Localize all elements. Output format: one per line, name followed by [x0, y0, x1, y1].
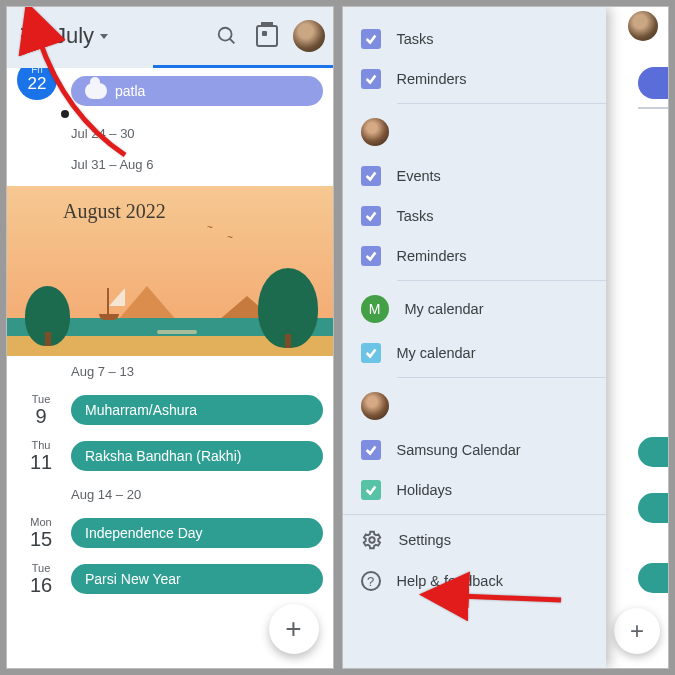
svg-point-2: [369, 537, 375, 543]
checkbox-icon[interactable]: [361, 246, 381, 266]
drawer-item-label: Tasks: [397, 208, 434, 224]
checkbox-icon[interactable]: [361, 69, 381, 89]
drawer-checkbox-item[interactable]: Events: [343, 156, 607, 196]
background-event-pill: [638, 493, 668, 523]
drawer-item-label: Settings: [399, 532, 451, 548]
drawer-settings[interactable]: Settings: [343, 519, 607, 561]
search-icon[interactable]: [213, 22, 241, 50]
drawer-account-header[interactable]: [343, 382, 607, 430]
drawer-item-label: My calendar: [397, 345, 476, 361]
drawer-item-label: Samsung Calendar: [397, 442, 521, 458]
checkbox-icon[interactable]: [361, 166, 381, 186]
create-event-fab: +: [614, 608, 660, 654]
svg-line-1: [229, 39, 234, 44]
month-label: July: [55, 23, 94, 49]
month-illustration: ~~ August 2022: [7, 186, 333, 356]
week-range: Jul 31 – Aug 6: [7, 149, 333, 180]
background-event-pill: [638, 563, 668, 593]
calendar-topbar: July: [7, 7, 333, 65]
drawer-item-label: Reminders: [397, 71, 467, 87]
event-pill[interactable]: Parsi New Year: [71, 564, 323, 594]
create-event-fab[interactable]: +: [269, 604, 319, 654]
account-avatar: [361, 392, 389, 420]
event-pill-weather[interactable]: patla: [71, 76, 323, 106]
day-row[interactable]: Tue16 Parsi New Year: [7, 556, 333, 602]
drawer-checkbox-item[interactable]: Samsung Calendar: [343, 430, 607, 470]
month-dropdown[interactable]: July: [55, 23, 108, 49]
chevron-down-icon: [100, 34, 108, 39]
help-icon: ?: [361, 571, 381, 591]
checkbox-icon[interactable]: [361, 206, 381, 226]
schedule-scroll[interactable]: Fri 22 patla Jul 24 – 30 Jul 31 – Aug 6: [7, 68, 333, 668]
today-badge: Fri 22: [17, 68, 57, 100]
drawer-account-header[interactable]: [343, 108, 607, 156]
drawer-account-header[interactable]: M My calendar: [343, 285, 607, 333]
checkbox-icon[interactable]: [361, 343, 381, 363]
background-event-pill: [638, 67, 668, 99]
week-range: Aug 14 – 20: [7, 479, 333, 510]
week-range: Aug 7 – 13: [7, 356, 333, 387]
drawer-checkbox-item[interactable]: Reminders: [343, 236, 607, 276]
event-pill[interactable]: Muharram/Ashura: [71, 395, 323, 425]
menu-icon[interactable]: [21, 28, 43, 44]
account-avatar: [361, 118, 389, 146]
drawer-item-label: Reminders: [397, 248, 467, 264]
drawer-item-label: My calendar: [405, 301, 484, 317]
drawer-item-label: Events: [397, 168, 441, 184]
day-row[interactable]: Tue9 Muharram/Ashura: [7, 387, 333, 433]
profile-avatar[interactable]: [293, 20, 325, 52]
drawer-item-label: Help & feedback: [397, 573, 503, 589]
drawer-item-label: Holidays: [397, 482, 453, 498]
drawer-checkbox-item[interactable]: Tasks: [343, 196, 607, 236]
event-label: patla: [115, 83, 145, 99]
cloud-icon: [85, 83, 107, 99]
day-row[interactable]: Thu11 Raksha Bandhan (Rakhi): [7, 433, 333, 479]
drawer-help[interactable]: ? Help & feedback: [343, 561, 607, 601]
account-avatar: M: [361, 295, 389, 323]
checkbox-icon[interactable]: [361, 440, 381, 460]
navigation-drawer[interactable]: Tasks Reminders Events Tasks Reminders: [343, 7, 607, 668]
drawer-checkbox-item[interactable]: Tasks: [343, 19, 607, 59]
week-range: Jul 24 – 30: [7, 118, 333, 149]
drawer-checkbox-item[interactable]: Holidays: [343, 470, 607, 510]
month-header: August 2022: [63, 200, 166, 223]
event-pill[interactable]: Raksha Bandhan (Rakhi): [71, 441, 323, 471]
now-indicator: [61, 110, 69, 118]
drawer-checkbox-item[interactable]: Reminders: [343, 59, 607, 99]
checkbox-icon[interactable]: [361, 29, 381, 49]
day-row[interactable]: Mon15 Independence Day: [7, 510, 333, 556]
today-icon[interactable]: [253, 22, 281, 50]
event-pill[interactable]: Independence Day: [71, 518, 323, 548]
drawer-item-label: Tasks: [397, 31, 434, 47]
profile-avatar: [628, 11, 658, 41]
checkbox-icon[interactable]: [361, 480, 381, 500]
current-day-row[interactable]: Fri 22 patla: [7, 68, 333, 114]
drawer-checkbox-item[interactable]: My calendar: [343, 333, 607, 373]
gear-icon: [361, 529, 383, 551]
svg-point-0: [218, 28, 231, 41]
background-event-pill: [638, 437, 668, 467]
